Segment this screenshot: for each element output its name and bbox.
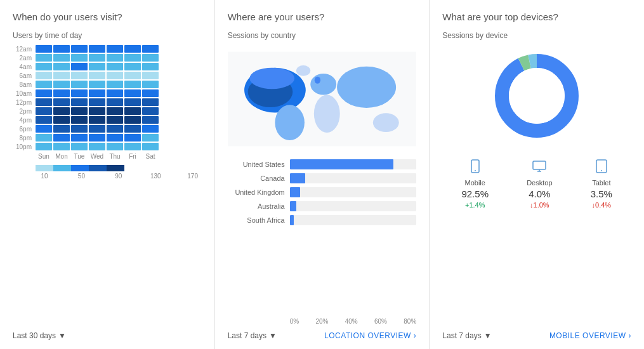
bar-row: South Africa	[228, 215, 417, 225]
svg-point-21	[601, 170, 602, 171]
panel2-footer-link[interactable]: LOCATION OVERVIEW ›	[324, 331, 416, 340]
panel3-section-label: Sessions by device	[442, 31, 631, 40]
bar-fill	[290, 201, 296, 211]
panel2-footer-dropdown[interactable]: Last 7 days ▼	[228, 331, 277, 340]
heatmap-time-label: 4am	[13, 63, 36, 70]
device-pct-value: 92.5%	[461, 188, 489, 199]
heatmap-cell	[53, 98, 70, 106]
svg-point-8	[314, 77, 320, 84]
heatmap-cell	[89, 54, 105, 62]
heatmap-row: 10pm	[13, 143, 202, 150]
bar-track	[290, 159, 417, 169]
bar-row: Canada	[228, 173, 417, 183]
svg-rect-17	[533, 161, 546, 169]
panel3-footer-link[interactable]: MOBILE OVERVIEW ›	[549, 331, 631, 340]
heatmap-cell	[142, 89, 159, 97]
heatmap-cells	[36, 116, 159, 124]
svg-point-5	[337, 67, 396, 108]
heatmap-cell	[107, 107, 123, 115]
panel3-title: What are your top devices?	[442, 11, 631, 22]
device-change-value: +1.4%	[465, 201, 485, 209]
bar-track	[290, 201, 417, 211]
heatmap-cell	[53, 89, 70, 97]
heatmap-cell	[142, 54, 159, 62]
heatmap-cell	[36, 89, 52, 97]
heatmap-cell	[36, 45, 52, 53]
heatmap-cell	[142, 98, 159, 106]
heatmap-cell	[36, 98, 52, 106]
heatmap-cell	[142, 107, 159, 115]
heatmap-cell	[53, 134, 70, 142]
heatmap-cell	[124, 81, 141, 88]
bar-x-label: 0%	[290, 318, 299, 325]
heatmap-cells	[36, 134, 159, 142]
heatmap-cell	[107, 134, 123, 142]
heatmap-cell	[53, 45, 70, 53]
heatmap-time-label: 8am	[13, 81, 36, 88]
heatmap-row: 8am	[13, 81, 202, 88]
heatmap-cell	[71, 54, 88, 62]
device-icon-mobile	[468, 159, 482, 177]
bar-track	[290, 173, 417, 183]
panel2-link-chevron: ›	[414, 331, 417, 340]
heatmap-cell	[71, 89, 88, 97]
heatmap-cell	[107, 125, 123, 133]
heatmap-cell	[142, 63, 159, 70]
heatmap-cells	[36, 89, 159, 97]
heatmap-cell	[89, 107, 105, 115]
heatmap-cell	[89, 116, 105, 124]
heatmap-cell	[71, 107, 88, 115]
device-name-label: Mobile	[465, 179, 485, 187]
heatmap-cell	[36, 107, 52, 115]
panel3-dropdown-arrow: ▼	[484, 331, 492, 340]
bar-country-label: Australia	[228, 202, 285, 210]
heatmap-cell	[142, 134, 159, 142]
device-change-value: ↓1.0%	[530, 201, 549, 209]
heatmap-day-labels: SunMonTueWedThuFriSat	[13, 153, 202, 160]
bar-track	[290, 215, 417, 225]
heatmap-cell	[71, 81, 88, 88]
heatmap-row: 2am	[13, 54, 202, 62]
heatmap-cell	[71, 125, 88, 133]
heatmap-cell	[124, 54, 141, 62]
heatmap-row: 12am	[13, 45, 202, 53]
heatmap-cell	[36, 125, 52, 133]
heatmap-cell	[36, 134, 52, 142]
heatmap-cell	[36, 72, 52, 79]
legend-value-label: 170	[184, 173, 202, 180]
heatmap-time-label: 8pm	[13, 135, 36, 142]
panel2-link-label: LOCATION OVERVIEW	[324, 331, 411, 340]
heatmap-cell	[71, 134, 88, 142]
device-name-label: Desktop	[527, 179, 552, 187]
heatmap-row: 6am	[13, 72, 202, 79]
panel1-dropdown-label: Last 30 days	[13, 331, 56, 340]
heatmap-cell	[124, 116, 141, 124]
heatmap-row: 6pm	[13, 125, 202, 133]
heatmap-cell	[124, 45, 141, 53]
heatmap-row: 4pm	[13, 116, 202, 124]
bar-country-label: South Africa	[228, 216, 285, 224]
heatmap-cells	[36, 125, 159, 133]
heatmap-cells	[36, 45, 159, 53]
heatmap-time-label: 12pm	[13, 99, 36, 106]
bar-fill	[290, 159, 394, 169]
heatmap-cell	[71, 72, 88, 79]
legend-value-label: 50	[72, 173, 90, 180]
device-stat: Tablet3.5%↓0.4%	[591, 159, 612, 209]
heatmap-cell	[36, 116, 52, 124]
legend-value-label: 10	[36, 173, 53, 180]
heatmap-cell	[107, 45, 123, 53]
heatmap-row: 2pm	[13, 107, 202, 115]
heatmap-cell	[124, 98, 141, 106]
panel2-title: Where are your users?	[228, 11, 417, 22]
legend-cell	[107, 165, 124, 171]
heatmap-cells	[36, 72, 159, 79]
heatmap-cell	[107, 81, 123, 88]
legend-cell	[36, 165, 53, 171]
panel-devices: What are your top devices? Sessions by d…	[430, 0, 644, 349]
heatmap-cells	[36, 54, 159, 62]
heatmap-cell	[124, 134, 141, 142]
panel1-footer-dropdown[interactable]: Last 30 days ▼	[13, 331, 66, 340]
panel3-footer-dropdown[interactable]: Last 7 days ▼	[442, 331, 491, 340]
bar-x-label: 40%	[345, 318, 358, 325]
